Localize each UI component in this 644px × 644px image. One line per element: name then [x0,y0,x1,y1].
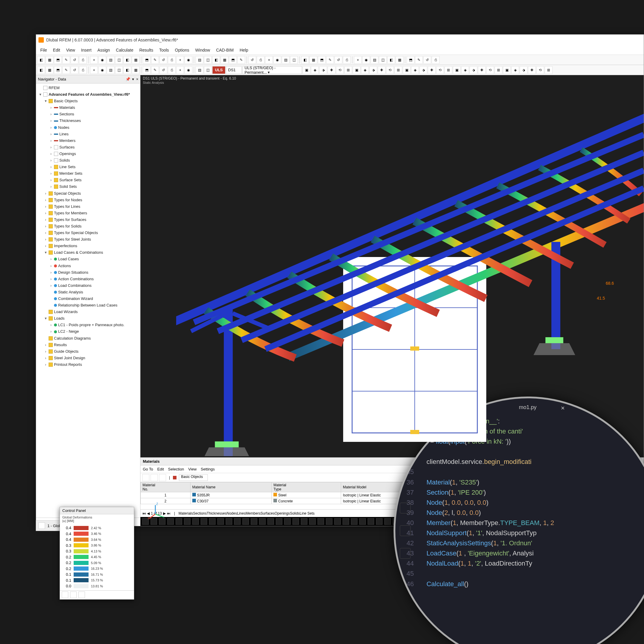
code-line[interactable]: 43 LoadCase(1 , 'Eigengewicht', Analysi [404,548,644,558]
legend-btn[interactable] [70,592,77,598]
table-tab[interactable]: Members [246,511,261,515]
element-type-icon[interactable] [309,518,316,525]
menu-results[interactable]: Results [136,48,156,52]
tree-node[interactable]: ›Nodes [37,124,139,131]
toolbar-button[interactable]: ⎙ [168,56,176,64]
toolbar-button[interactable]: ◧ [123,66,131,74]
tree-node[interactable]: ›Types for Surfaces [37,216,139,223]
toolbar-button[interactable]: ▤ [196,56,203,64]
toolbar-button[interactable]: ⎙ [257,56,264,64]
toolbar-button[interactable]: ⎙ [79,66,87,74]
toolbar-button[interactable]: ◈ [461,66,469,74]
code-line[interactable]: 44 NodalLoad(1, 1, '2', LoadDirectionTy [404,558,644,569]
toolbar-button[interactable]: ⬒ [54,66,62,74]
toolbar-button[interactable]: ◫ [204,56,212,64]
tree-node[interactable]: ›Types for Special Objects [37,230,139,236]
tree-node[interactable]: ›Lines [37,131,139,137]
table-menu-item[interactable]: Edit [157,467,164,471]
toolbar-button[interactable]: ⬒ [143,66,151,74]
toolbar-button[interactable]: ✚ [328,66,335,74]
menu-cad-bim[interactable]: CAD-BIM [213,48,237,52]
toolbar-button[interactable]: ▦ [46,66,53,74]
element-type-icon[interactable] [192,518,199,525]
table-menu-item[interactable]: Settings [201,467,215,471]
pin-icon[interactable]: 📌 [126,77,130,81]
toolbar-button[interactable]: ◫ [115,66,123,74]
tree-node[interactable]: ›LC1 - Poids propre + Panneaux photo. [37,322,139,328]
nav-last[interactable]: ⏭ [167,511,171,515]
element-type-icon[interactable] [267,518,274,525]
control-panel[interactable]: Control Panel Global Deformations|u| [MM… [60,507,134,600]
column-header[interactable]: MaterialType [272,482,341,492]
menu-edit[interactable]: Edit [50,48,63,52]
toolbar-button[interactable]: ⌖ [265,56,273,64]
tree-node[interactable]: Calculation Diagrams [37,335,139,342]
tree-node[interactable]: ›Design Situations [37,269,139,276]
toolbar-button[interactable]: ◫ [115,56,123,64]
code-line[interactable]: 34 clientModel.service.begin_modificati [404,457,644,467]
tree-node[interactable]: ›Surfaces [37,144,139,151]
toolbar-button[interactable]: ✚ [528,66,536,74]
toolbar-button[interactable]: ▣ [453,66,461,74]
toolbar-button[interactable]: ▣ [353,66,360,74]
element-type-icon[interactable] [251,518,257,525]
toolbar-button[interactable]: ◉ [273,56,281,64]
column-header[interactable]: MaterialNo. [141,482,191,492]
element-type-icon[interactable] [384,518,391,525]
toolbar-button[interactable]: ⌖ [176,66,184,74]
element-type-icon[interactable] [217,518,224,525]
element-type-icon[interactable] [284,518,291,525]
toolbar-button[interactable]: ◈ [411,66,419,74]
toolbar-button[interactable]: ▦ [132,66,140,74]
toolbar-button[interactable]: ◫ [379,56,387,64]
column-header[interactable]: Material Name [190,482,272,492]
code-line[interactable]: 40 Member(1, MemberType.TYPE_BEAM, 1, 2 [404,518,644,528]
toolbar-button[interactable]: ↺ [423,56,431,64]
element-type-icon[interactable] [359,518,366,525]
toolbar-button[interactable]: ⟲ [386,66,394,74]
element-type-icon[interactable] [176,518,182,525]
tree-node[interactable]: ▾Basic Objects [37,98,139,104]
toolbar-button[interactable]: ↺ [71,56,78,64]
toolbar-button[interactable]: ◉ [185,56,192,64]
tree-node[interactable]: ›Actions [37,263,139,269]
toolbar-button[interactable]: ⬗ [369,66,377,74]
tree-node[interactable]: ›Action Combinations [37,276,139,282]
element-type-icon[interactable] [351,518,357,525]
table-tab[interactable]: Lines [237,511,246,515]
element-type-icon[interactable] [276,518,282,525]
tree-node[interactable]: RFEM [37,85,139,91]
element-type-icon[interactable] [301,518,307,525]
tree-node[interactable]: ›Results [37,342,139,348]
toolbar-button[interactable]: ⌖ [176,56,184,64]
element-type-icon[interactable] [226,518,232,525]
tree-node[interactable]: ›Printout Reports [37,361,139,368]
tree-node[interactable]: ›Materials [37,104,139,111]
toolbar-button[interactable]: ◧ [123,56,131,64]
toolbar-button[interactable]: ⬗ [319,66,327,74]
toolbar-button[interactable]: ⎙ [432,56,439,64]
toolbar-button[interactable]: ◧ [212,56,220,64]
legend-btn[interactable] [78,592,85,598]
element-type-icon[interactable] [368,518,374,525]
tool-btn[interactable] [151,474,158,481]
toolbar-button[interactable]: ⎙ [168,66,176,74]
menu-view[interactable]: View [63,48,78,52]
toolbar-button[interactable]: ◈ [511,66,519,74]
tree-node[interactable]: ›Imperfections [37,243,139,249]
table-tab[interactable]: Thicknesses [207,511,227,515]
toolbar-button[interactable]: ▤ [107,66,114,74]
toolbar-button[interactable]: ⌖ [90,56,98,64]
toolbar-button[interactable]: ▦ [309,56,317,64]
toolbar-button[interactable]: ⌖ [354,56,362,64]
table-tab[interactable]: Openings [275,511,290,515]
toolbar-button[interactable]: ▤ [371,56,378,64]
toolbar-button[interactable]: ⊞ [344,66,352,74]
tree-node[interactable]: ▾Advanced Features of Assemblies_View.rf… [37,91,139,98]
load-combo[interactable]: ULS (STR/GEO) - Permanent... ▾ [242,66,302,74]
code-line[interactable]: 37 Section(1, 'IPE 200') [404,487,644,498]
toolbar-button[interactable]: ◉ [98,56,106,64]
tree-node[interactable]: ›Types for Lines [37,203,139,210]
tree-node[interactable]: ▾Loads [37,315,139,322]
code-line[interactable]: 46 Calculate_all() [404,579,644,589]
